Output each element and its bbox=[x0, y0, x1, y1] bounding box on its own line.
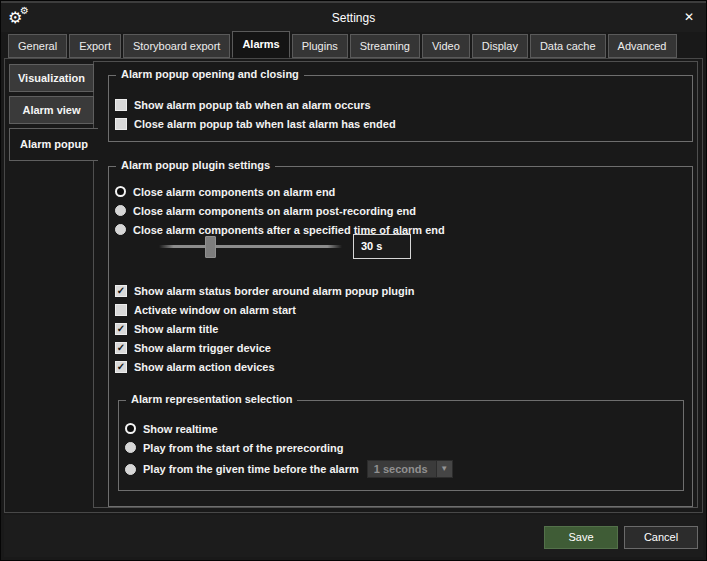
group-title: Alarm representation selection bbox=[126, 393, 297, 405]
group-alarm-popup-plugin-settings: Alarm popup plugin settings Close alarm … bbox=[108, 166, 693, 507]
radio-label: Play from the start of the prerecording bbox=[143, 442, 343, 454]
checkbox-row: ✓ Show alarm status border around alarm … bbox=[115, 284, 415, 297]
slider-handle[interactable] bbox=[205, 236, 216, 258]
checkbox-label: Show alarm action devices bbox=[134, 361, 275, 373]
radio-row: Play from the start of the prerecording bbox=[125, 441, 453, 454]
checkbox-row: ✓ Show alarm trigger device bbox=[115, 341, 415, 354]
checkbox-row: ✓ Close alarm popup tab when last alarm … bbox=[115, 117, 396, 130]
radio-row: Close alarm components on alarm end bbox=[115, 185, 445, 198]
checkbox-label: Show alarm trigger device bbox=[134, 342, 271, 354]
tab-data-cache[interactable]: Data cache bbox=[530, 34, 606, 58]
checkbox-label: Show alarm popup tab when an alarm occur… bbox=[134, 99, 371, 111]
checkbox-show-alarm-action-devices[interactable]: ✓ bbox=[115, 361, 127, 373]
sidebar-item-visualization[interactable]: Visualization bbox=[9, 64, 94, 92]
group-title: Alarm popup opening and closing bbox=[116, 68, 304, 80]
checkbox-label: Show alarm title bbox=[134, 323, 218, 335]
group-title: Alarm popup plugin settings bbox=[116, 159, 275, 171]
radio-close-on-post-recording-end[interactable] bbox=[115, 205, 126, 216]
checkbox-show-alarm-trigger-device[interactable]: ✓ bbox=[115, 342, 127, 354]
tab-display[interactable]: Display bbox=[472, 34, 528, 58]
radio-row: Show realtime bbox=[125, 422, 453, 435]
time-slider-row: 30 s bbox=[159, 233, 411, 259]
tab-alarms[interactable]: Alarms bbox=[232, 31, 289, 58]
checkmark-icon: ✓ bbox=[116, 343, 126, 353]
settings-window: ⚙ ⚙ Settings ✕ General Export Storyboard… bbox=[0, 0, 707, 561]
radio-list: Show realtime Play from the start of the… bbox=[125, 422, 453, 484]
radio-play-from-prerecording-start[interactable] bbox=[125, 442, 136, 453]
checkmark-icon: ✓ bbox=[116, 362, 126, 372]
time-before-alarm-dropdown[interactable]: 1 seconds ▼ bbox=[367, 460, 453, 478]
footer-bar: Save Cancel bbox=[4, 515, 703, 557]
tab-storyboard-export[interactable]: Storyboard export bbox=[123, 34, 230, 58]
checkbox-label: Activate window on alarm start bbox=[134, 304, 296, 316]
tab-plugins[interactable]: Plugins bbox=[292, 34, 348, 58]
checkbox-label: Show alarm status border around alarm po… bbox=[134, 285, 415, 297]
radio-close-on-alarm-end[interactable] bbox=[115, 186, 126, 197]
alarm-popup-panel: Alarm popup opening and closing ✓ Show a… bbox=[93, 61, 698, 508]
sidebar-item-alarm-view[interactable]: Alarm view bbox=[9, 96, 94, 124]
tab-advanced[interactable]: Advanced bbox=[608, 34, 677, 58]
radio-label: Close alarm components on alarm end bbox=[133, 186, 335, 198]
checkbox-row: ✓ Show alarm title bbox=[115, 322, 415, 335]
radio-close-after-specified-time[interactable] bbox=[115, 224, 126, 235]
checkmark-icon: ✓ bbox=[116, 286, 126, 296]
title-bar: ⚙ ⚙ Settings ✕ bbox=[1, 1, 706, 32]
checkbox-show-alarm-status-border[interactable]: ✓ bbox=[115, 285, 127, 297]
radio-label: Show realtime bbox=[143, 423, 218, 435]
dropdown-value: 1 seconds bbox=[367, 460, 437, 478]
sidebar-item-alarm-popup[interactable]: Alarm popup bbox=[9, 128, 98, 161]
radio-play-from-given-time[interactable] bbox=[125, 464, 136, 475]
time-value-input[interactable]: 30 s bbox=[353, 234, 411, 259]
sidebar: Visualization Alarm view Alarm popup bbox=[9, 64, 95, 165]
radio-row: Close alarm components on alarm post-rec… bbox=[115, 204, 445, 217]
save-button[interactable]: Save bbox=[544, 526, 618, 549]
tab-export[interactable]: Export bbox=[69, 34, 121, 58]
group-alarm-representation-selection: Alarm representation selection Show real… bbox=[118, 400, 684, 491]
cancel-button[interactable]: Cancel bbox=[624, 526, 698, 549]
checkbox-list: ✓ Show alarm status border around alarm … bbox=[115, 284, 415, 379]
checkbox-row: ✓ Activate window on alarm start bbox=[115, 303, 415, 316]
checkbox-list: ✓ Show alarm popup tab when an alarm occ… bbox=[115, 98, 396, 136]
time-slider[interactable] bbox=[159, 245, 342, 248]
radio-label: Play from the given time before the alar… bbox=[143, 463, 359, 475]
checkbox-show-alarm-title[interactable]: ✓ bbox=[115, 323, 127, 335]
tab-video[interactable]: Video bbox=[422, 34, 470, 58]
chevron-down-icon[interactable]: ▼ bbox=[437, 460, 453, 478]
checkbox-label: Close alarm popup tab when last alarm ha… bbox=[134, 118, 396, 130]
checkbox-row: ✓ Show alarm action devices bbox=[115, 360, 415, 373]
window-title: Settings bbox=[1, 11, 706, 25]
radio-label: Close alarm components on alarm post-rec… bbox=[133, 205, 416, 217]
group-alarm-popup-opening-closing: Alarm popup opening and closing ✓ Show a… bbox=[108, 75, 693, 142]
checkmark-icon: ✓ bbox=[116, 324, 126, 334]
close-icon[interactable]: ✕ bbox=[682, 10, 696, 24]
tab-bar: General Export Storyboard export Alarms … bbox=[8, 32, 702, 58]
checkbox-close-alarm-popup-tab[interactable]: ✓ bbox=[115, 118, 127, 130]
tab-streaming[interactable]: Streaming bbox=[350, 34, 420, 58]
radio-show-realtime[interactable] bbox=[125, 423, 136, 434]
alarms-page: Visualization Alarm view Alarm popup Ala… bbox=[4, 58, 703, 513]
checkbox-show-alarm-popup-tab[interactable]: ✓ bbox=[115, 99, 127, 111]
checkbox-row: ✓ Show alarm popup tab when an alarm occ… bbox=[115, 98, 396, 111]
radio-row: Play from the given time before the alar… bbox=[125, 460, 453, 478]
tab-general[interactable]: General bbox=[8, 34, 67, 58]
checkbox-activate-window[interactable]: ✓ bbox=[115, 304, 127, 316]
